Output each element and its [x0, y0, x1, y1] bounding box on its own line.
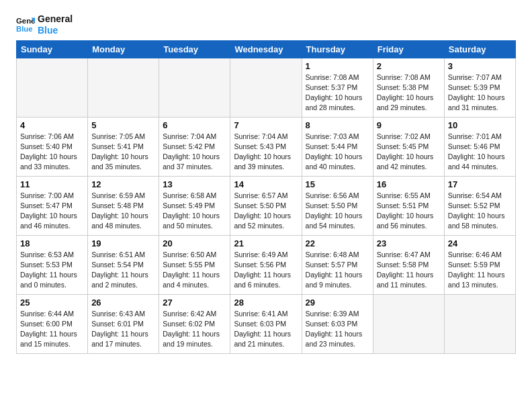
day-number: 6: [163, 120, 226, 130]
day-info: Sunrise: 6:43 AM Sunset: 6:01 PM Dayligh…: [91, 309, 155, 350]
day-number: 2: [377, 61, 441, 71]
day-cell-15: 15Sunrise: 6:56 AM Sunset: 5:50 PM Dayli…: [302, 176, 373, 235]
day-header-monday: Monday: [88, 40, 159, 58]
day-info: Sunrise: 7:04 AM Sunset: 5:43 PM Dayligh…: [234, 132, 298, 173]
week-row-3: 11Sunrise: 7:00 AM Sunset: 5:47 PM Dayli…: [17, 176, 516, 235]
day-number: 1: [306, 61, 369, 71]
day-info: Sunrise: 7:02 AM Sunset: 5:45 PM Dayligh…: [377, 132, 441, 173]
day-number: 5: [91, 120, 155, 130]
day-info: Sunrise: 7:04 AM Sunset: 5:42 PM Dayligh…: [163, 132, 226, 173]
day-number: 22: [306, 238, 369, 248]
day-cell-18: 18Sunrise: 6:53 AM Sunset: 5:53 PM Dayli…: [17, 235, 88, 294]
day-info: Sunrise: 6:46 AM Sunset: 5:59 PM Dayligh…: [448, 250, 512, 291]
logo-line2: Blue: [38, 25, 73, 36]
day-info: Sunrise: 7:06 AM Sunset: 5:40 PM Dayligh…: [20, 132, 84, 173]
day-number: 26: [91, 298, 155, 308]
day-cell-25: 25Sunrise: 6:44 AM Sunset: 6:00 PM Dayli…: [17, 294, 88, 353]
day-cell-16: 16Sunrise: 6:55 AM Sunset: 5:51 PM Dayli…: [373, 176, 444, 235]
page-header: General Blue General Blue: [16, 13, 516, 36]
day-number: 15: [306, 179, 369, 189]
day-cell-20: 20Sunrise: 6:50 AM Sunset: 5:55 PM Dayli…: [159, 235, 230, 294]
day-cell-21: 21Sunrise: 6:49 AM Sunset: 5:56 PM Dayli…: [230, 235, 302, 294]
day-cell-2: 2Sunrise: 7:08 AM Sunset: 5:38 PM Daylig…: [373, 58, 444, 117]
day-header-wednesday: Wednesday: [230, 40, 302, 58]
day-info: Sunrise: 6:48 AM Sunset: 5:57 PM Dayligh…: [306, 250, 369, 291]
day-info: Sunrise: 6:47 AM Sunset: 5:58 PM Dayligh…: [377, 250, 441, 291]
day-cell-28: 28Sunrise: 6:41 AM Sunset: 6:03 PM Dayli…: [230, 294, 302, 353]
day-number: 11: [20, 179, 84, 189]
logo-icon: General Blue: [16, 15, 35, 34]
day-number: 13: [163, 179, 226, 189]
day-header-thursday: Thursday: [302, 40, 373, 58]
day-number: 4: [20, 120, 84, 130]
day-number: 3: [448, 61, 512, 71]
day-info: Sunrise: 6:56 AM Sunset: 5:50 PM Dayligh…: [306, 191, 369, 232]
day-number: 28: [234, 298, 298, 308]
day-info: Sunrise: 6:51 AM Sunset: 5:54 PM Dayligh…: [91, 250, 155, 291]
empty-cell: [88, 58, 159, 117]
day-info: Sunrise: 7:05 AM Sunset: 5:41 PM Dayligh…: [91, 132, 155, 173]
day-number: 19: [91, 238, 155, 248]
empty-cell: [17, 58, 88, 117]
day-info: Sunrise: 6:57 AM Sunset: 5:50 PM Dayligh…: [234, 191, 298, 232]
svg-text:Blue: Blue: [16, 24, 33, 32]
day-header-friday: Friday: [373, 40, 444, 58]
empty-cell: [159, 58, 230, 117]
day-info: Sunrise: 6:53 AM Sunset: 5:53 PM Dayligh…: [20, 250, 84, 291]
day-cell-6: 6Sunrise: 7:04 AM Sunset: 5:42 PM Daylig…: [159, 117, 230, 176]
day-info: Sunrise: 6:54 AM Sunset: 5:52 PM Dayligh…: [448, 191, 512, 232]
day-cell-5: 5Sunrise: 7:05 AM Sunset: 5:41 PM Daylig…: [88, 117, 159, 176]
week-row-5: 25Sunrise: 6:44 AM Sunset: 6:00 PM Dayli…: [17, 294, 516, 353]
day-info: Sunrise: 6:55 AM Sunset: 5:51 PM Dayligh…: [377, 191, 441, 232]
logo-line1: General: [38, 13, 73, 25]
day-cell-3: 3Sunrise: 7:07 AM Sunset: 5:39 PM Daylig…: [444, 58, 515, 117]
day-info: Sunrise: 6:44 AM Sunset: 6:00 PM Dayligh…: [20, 309, 84, 350]
logo: General Blue General Blue: [16, 13, 73, 36]
day-header-tuesday: Tuesday: [159, 40, 230, 58]
day-info: Sunrise: 6:49 AM Sunset: 5:56 PM Dayligh…: [234, 250, 298, 291]
day-cell-9: 9Sunrise: 7:02 AM Sunset: 5:45 PM Daylig…: [373, 117, 444, 176]
day-cell-26: 26Sunrise: 6:43 AM Sunset: 6:01 PM Dayli…: [88, 294, 159, 353]
day-cell-19: 19Sunrise: 6:51 AM Sunset: 5:54 PM Dayli…: [88, 235, 159, 294]
day-number: 12: [91, 179, 155, 189]
day-number: 21: [234, 238, 298, 248]
day-number: 25: [20, 298, 84, 308]
week-row-1: 1Sunrise: 7:08 AM Sunset: 5:37 PM Daylig…: [17, 58, 516, 117]
day-info: Sunrise: 6:41 AM Sunset: 6:03 PM Dayligh…: [234, 309, 298, 350]
day-header-sunday: Sunday: [17, 40, 88, 58]
day-cell-23: 23Sunrise: 6:47 AM Sunset: 5:58 PM Dayli…: [373, 235, 444, 294]
day-cell-4: 4Sunrise: 7:06 AM Sunset: 5:40 PM Daylig…: [17, 117, 88, 176]
day-cell-27: 27Sunrise: 6:42 AM Sunset: 6:02 PM Dayli…: [159, 294, 230, 353]
day-cell-7: 7Sunrise: 7:04 AM Sunset: 5:43 PM Daylig…: [230, 117, 302, 176]
empty-cell: [230, 58, 302, 117]
day-cell-10: 10Sunrise: 7:01 AM Sunset: 5:46 PM Dayli…: [444, 117, 515, 176]
day-header-saturday: Saturday: [444, 40, 515, 58]
day-info: Sunrise: 7:07 AM Sunset: 5:39 PM Dayligh…: [448, 73, 512, 113]
day-number: 10: [448, 120, 512, 130]
day-number: 29: [306, 298, 369, 308]
day-cell-11: 11Sunrise: 7:00 AM Sunset: 5:47 PM Dayli…: [17, 176, 88, 235]
day-info: Sunrise: 7:08 AM Sunset: 5:38 PM Dayligh…: [377, 73, 441, 113]
header-row: SundayMondayTuesdayWednesdayThursdayFrid…: [17, 40, 516, 58]
day-cell-13: 13Sunrise: 6:58 AM Sunset: 5:49 PM Dayli…: [159, 176, 230, 235]
day-number: 8: [306, 120, 369, 130]
day-info: Sunrise: 6:50 AM Sunset: 5:55 PM Dayligh…: [163, 250, 226, 291]
day-number: 20: [163, 238, 226, 248]
day-cell-24: 24Sunrise: 6:46 AM Sunset: 5:59 PM Dayli…: [444, 235, 515, 294]
day-cell-29: 29Sunrise: 6:39 AM Sunset: 6:03 PM Dayli…: [302, 294, 373, 353]
day-info: Sunrise: 7:08 AM Sunset: 5:37 PM Dayligh…: [306, 73, 369, 113]
day-info: Sunrise: 7:01 AM Sunset: 5:46 PM Dayligh…: [448, 132, 512, 173]
day-cell-17: 17Sunrise: 6:54 AM Sunset: 5:52 PM Dayli…: [444, 176, 515, 235]
week-row-2: 4Sunrise: 7:06 AM Sunset: 5:40 PM Daylig…: [17, 117, 516, 176]
day-number: 23: [377, 238, 441, 248]
day-cell-22: 22Sunrise: 6:48 AM Sunset: 5:57 PM Dayli…: [302, 235, 373, 294]
day-info: Sunrise: 6:59 AM Sunset: 5:48 PM Dayligh…: [91, 191, 155, 232]
day-info: Sunrise: 7:03 AM Sunset: 5:44 PM Dayligh…: [306, 132, 369, 173]
week-row-4: 18Sunrise: 6:53 AM Sunset: 5:53 PM Dayli…: [17, 235, 516, 294]
day-info: Sunrise: 6:39 AM Sunset: 6:03 PM Dayligh…: [306, 309, 369, 350]
day-info: Sunrise: 7:00 AM Sunset: 5:47 PM Dayligh…: [20, 191, 84, 232]
day-number: 7: [234, 120, 298, 130]
calendar-table: SundayMondayTuesdayWednesdayThursdayFrid…: [16, 40, 516, 354]
empty-cell: [444, 294, 515, 353]
day-cell-14: 14Sunrise: 6:57 AM Sunset: 5:50 PM Dayli…: [230, 176, 302, 235]
